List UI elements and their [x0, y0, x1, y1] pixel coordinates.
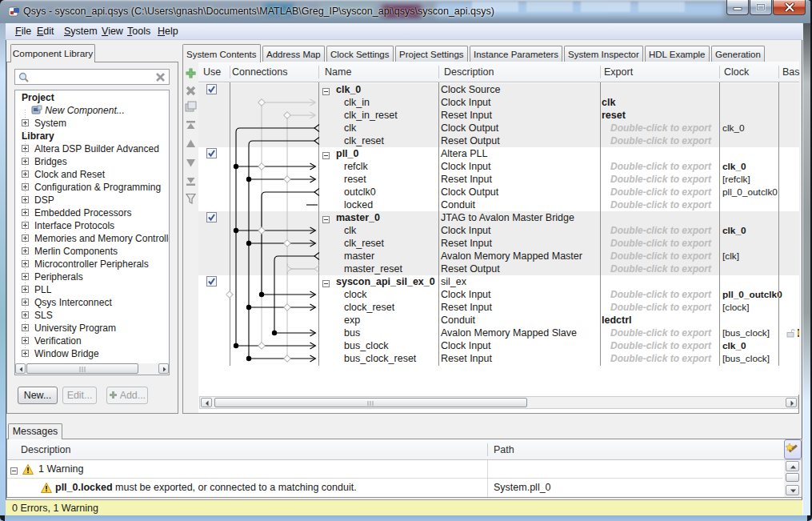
cell-clock[interactable]: [clock] — [722, 301, 749, 314]
group-collapse-icon[interactable] — [10, 466, 18, 477]
tree-item-library[interactable]: Library — [22, 130, 54, 142]
cell-clock[interactable]: [bus_clock] — [722, 327, 770, 339]
menu-edit[interactable]: Edit — [37, 26, 54, 37]
tree-item-merlin-components[interactable]: Merlin Components — [34, 245, 118, 258]
tree-item-university-program[interactable]: University Program — [34, 322, 116, 335]
menu-view[interactable]: View — [102, 26, 123, 37]
cell-clock[interactable]: clk_0 — [722, 160, 746, 173]
cell-clock[interactable]: pll_0_outclk0 — [722, 186, 778, 198]
tab-messages[interactable]: Messages — [8, 423, 62, 439]
tree-scroll-left[interactable] — [15, 363, 26, 374]
cell-export-hint[interactable]: Double-click to export — [610, 352, 711, 365]
message-filter-button[interactable] — [784, 439, 802, 459]
grid-row-clk[interactable]: clkClock OutputDouble-click to exportclk… — [198, 122, 799, 134]
column-header-connections[interactable]: Connections — [232, 66, 288, 78]
cell-export-hint[interactable]: Double-click to export — [610, 237, 711, 250]
messages-scroll-thumb[interactable] — [786, 473, 799, 482]
move-bottom-icon[interactable] — [185, 175, 197, 187]
expand-icon[interactable] — [22, 299, 29, 306]
grid-row-master_reset[interactable]: master_resetReset OutputDouble-click to … — [198, 263, 799, 275]
tab-system-contents[interactable]: System Contents — [182, 44, 261, 62]
grid-row-master[interactable]: masterAvalon Memory Mapped MasterDouble-… — [198, 250, 799, 263]
close-button[interactable] — [773, 0, 806, 15]
grid-row-reset[interactable]: resetReset InputDouble-click to export[r… — [198, 173, 799, 186]
title-bar[interactable]: Qsys - syscon_api.qsys (C:\Users\gnash\D… — [0, 0, 812, 23]
cell-export-hint[interactable]: Double-click to export — [610, 173, 711, 186]
cell-export-hint[interactable]: Double-click to export — [610, 339, 711, 352]
expand-icon[interactable] — [22, 222, 29, 229]
menu-system[interactable]: System — [64, 26, 98, 37]
cell-base-clipped[interactable] — [798, 329, 800, 337]
tab-address-map[interactable]: Address Map — [262, 46, 325, 62]
grid-row-clock[interactable]: clockClock InputDouble-click to exportpl… — [198, 288, 799, 301]
tab-hdl-example[interactable]: HDL Example — [645, 46, 710, 62]
cell-clock[interactable]: clk_0 — [722, 224, 746, 237]
tree-item-sls[interactable]: SLS — [34, 309, 53, 322]
messages-scroll-down[interactable] — [786, 485, 799, 495]
maximize-button[interactable] — [750, 0, 772, 15]
cell-export-hint[interactable]: Double-click to export — [610, 186, 711, 198]
grid-row-clk_in[interactable]: clk_inClock Inputclk — [198, 96, 799, 109]
grid-row-clk[interactable]: clkClock InputDouble-click to exportclk_… — [198, 224, 799, 237]
messages-column-description[interactable]: Description — [21, 444, 71, 455]
cell-clock[interactable]: [bus_clock] — [722, 352, 770, 365]
expand-icon[interactable] — [22, 170, 29, 178]
add-icon[interactable] — [185, 67, 197, 79]
column-header-export[interactable]: Export — [604, 66, 633, 78]
use-checkbox[interactable] — [206, 84, 217, 97]
tree-item-verification[interactable]: Verification — [34, 335, 82, 347]
grid-row-outclk0[interactable]: outclk0Clock OutputDouble-click to expor… — [198, 186, 799, 198]
grid-row-locked[interactable]: lockedConduitDouble-click to export — [198, 198, 799, 211]
button-add[interactable]: Add... — [106, 387, 148, 404]
cell-export[interactable]: clk — [602, 96, 615, 109]
expand-icon[interactable] — [22, 273, 29, 280]
filter-icon[interactable] — [185, 193, 197, 205]
message-warning-row[interactable]: pll_0.locked must be exported, or connec… — [7, 479, 782, 497]
use-checkbox[interactable] — [206, 148, 217, 161]
cell-export-hint[interactable]: Double-click to export — [610, 250, 711, 263]
grid-row-bus_clock_reset[interactable]: bus_clock_resetReset InputDouble-click t… — [198, 352, 799, 365]
tree-item-project[interactable]: Project — [22, 91, 54, 104]
cell-export-hint[interactable]: Double-click to export — [610, 198, 711, 211]
tree-scroll-thumb[interactable] — [26, 363, 138, 374]
button-new[interactable]: New... — [18, 387, 58, 404]
cell-export-hint[interactable]: Double-click to export — [610, 134, 711, 147]
expand-icon[interactable] — [22, 196, 29, 203]
expand-icon[interactable] — [22, 209, 29, 216]
scroll-right-arrow[interactable] — [786, 398, 797, 407]
cell-export[interactable]: reset — [602, 109, 626, 122]
grid-row-exp[interactable]: expConduitledctrl — [198, 314, 799, 327]
cell-export[interactable]: ledctrl — [602, 314, 632, 327]
button-edit[interactable]: Edit... — [62, 387, 97, 404]
contents-horizontal-scrollbar[interactable] — [199, 396, 798, 409]
tree-item-pll[interactable]: PLL — [34, 283, 51, 296]
scroll-thumb[interactable] — [214, 398, 527, 407]
grid-row-bus[interactable]: busAvalon Memory Mapped SlaveDouble-clic… — [198, 327, 799, 339]
use-checkbox[interactable] — [206, 276, 217, 289]
expand-icon[interactable] — [22, 183, 29, 190]
cell-export-hint[interactable]: Double-click to export — [610, 224, 711, 237]
column-header-name[interactable]: Name — [325, 66, 351, 78]
tree-item-bridges[interactable]: Bridges — [34, 155, 67, 168]
cell-clock[interactable]: clk_0 — [722, 339, 746, 352]
tree-item-system[interactable]: System — [34, 117, 66, 130]
grid-row-master_0[interactable]: master_0JTAG to Avalon Master Bridge — [198, 211, 799, 224]
move-down-icon[interactable] — [185, 157, 197, 169]
cell-clock[interactable]: [clk] — [722, 250, 739, 263]
grid-body[interactable]: clk_0Clock Sourceclk_inClock Inputclkclk… — [198, 82, 799, 395]
cell-clock[interactable]: pll_0_outclk0 — [722, 288, 782, 301]
tab-system-inspector[interactable]: System Inspector — [564, 46, 643, 62]
use-checkbox[interactable] — [206, 212, 217, 225]
tab-component-library[interactable]: Component Library — [10, 44, 95, 62]
grid-row-clock_reset[interactable]: clock_resetReset InputDouble-click to ex… — [198, 301, 799, 314]
grid-row-clk_reset[interactable]: clk_resetReset InputDouble-click to expo… — [198, 237, 799, 250]
remove-icon[interactable] — [185, 85, 197, 97]
menu-file[interactable]: File — [15, 26, 31, 37]
cell-export-hint[interactable]: Double-click to export — [610, 263, 711, 275]
tab-project-settings[interactable]: Project Settings — [395, 46, 468, 62]
column-header-description[interactable]: Description — [444, 66, 494, 78]
tree-item-altera-dsp-builder-advanced[interactable]: Altera DSP Builder Advanced — [34, 142, 159, 155]
expand-icon[interactable] — [22, 260, 29, 267]
move-up-icon[interactable] — [185, 138, 197, 150]
tree-item-qsys-interconnect[interactable]: Qsys Interconnect — [34, 296, 112, 309]
